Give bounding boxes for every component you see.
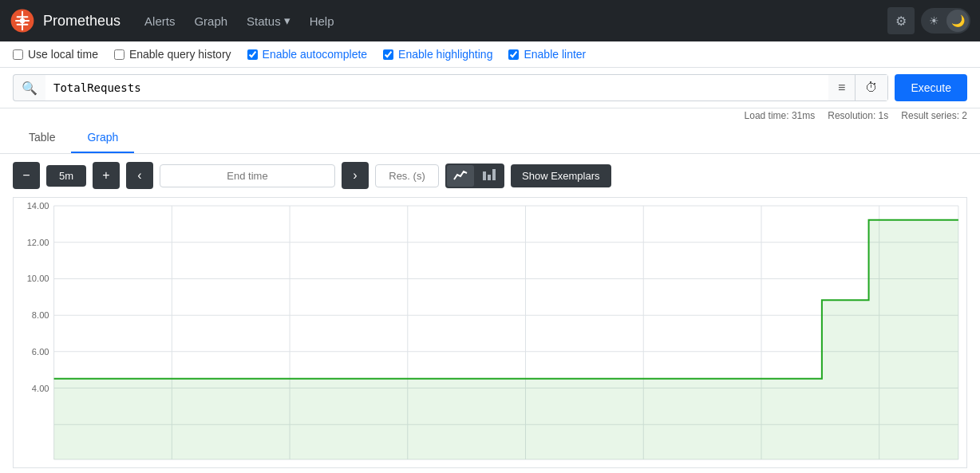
svg-point-1 — [20, 18, 25, 23]
nav-alerts[interactable]: Alerts — [136, 10, 183, 33]
bar-chart-icon — [482, 171, 496, 183]
query-history-label: Enable query history — [129, 48, 231, 61]
svg-text:14.00: 14.00 — [27, 201, 49, 211]
svg-text:12.00: 12.00 — [27, 238, 49, 247]
local-time-label: Use local time — [28, 48, 98, 61]
formatter-icon: ≡ — [838, 81, 845, 95]
linter-option[interactable]: Enable linter — [508, 48, 586, 61]
brand-name: Prometheus — [43, 13, 121, 30]
query-input[interactable] — [45, 74, 828, 101]
local-time-option[interactable]: Use local time — [13, 48, 98, 61]
load-time: Load time: 31ms — [745, 110, 816, 121]
autocomplete-option[interactable]: Enable autocomplete — [247, 48, 368, 61]
options-bar: Use local time Enable query history Enab… — [0, 41, 980, 68]
svg-rect-4 — [492, 169, 496, 180]
autocomplete-label: Enable autocomplete — [263, 48, 368, 61]
bar-chart-button[interactable] — [476, 165, 503, 187]
light-theme-button[interactable]: ☀ — [923, 10, 945, 32]
query-history-checkbox[interactable] — [114, 49, 124, 60]
range-input[interactable] — [46, 165, 86, 187]
prometheus-logo — [10, 8, 35, 34]
svg-rect-3 — [488, 175, 491, 180]
query-bar: 🔍 ≡ ⏱ Execute — [0, 68, 980, 108]
theme-toggle[interactable]: ☀ 🌙 — [921, 8, 970, 34]
line-chart-button[interactable] — [447, 165, 474, 187]
zoom-out-button[interactable]: − — [13, 162, 40, 189]
linter-label: Enable linter — [524, 48, 586, 61]
chart-svg: 14.00 12.00 10.00 8.00 6.00 4.00 — [13, 197, 967, 468]
highlighting-label: Enable highlighting — [398, 48, 492, 61]
nav-graph[interactable]: Graph — [186, 10, 235, 33]
nav-help[interactable]: Help — [302, 10, 342, 33]
highlighting-checkbox[interactable] — [383, 49, 393, 60]
autocomplete-checkbox[interactable] — [247, 49, 258, 60]
clock-icon: ⏱ — [865, 81, 878, 95]
resolution: Resolution: 1s — [828, 110, 888, 121]
brand: Prometheus — [10, 8, 121, 34]
linter-checkbox[interactable] — [508, 49, 519, 60]
svg-text:10.00: 10.00 — [27, 274, 49, 283]
svg-text:8.00: 8.00 — [32, 310, 49, 320]
svg-rect-2 — [483, 171, 486, 180]
formatter-button[interactable]: ≡ — [828, 75, 855, 101]
nav-status-dropdown[interactable]: Status ▾ — [239, 9, 298, 33]
search-icon: 🔍 — [22, 81, 38, 96]
chevron-down-icon: ▾ — [284, 14, 290, 28]
search-icon-wrapper: 🔍 — [13, 74, 45, 101]
next-time-button[interactable]: › — [342, 162, 369, 189]
gear-icon: ⚙ — [895, 14, 907, 29]
local-time-checkbox[interactable] — [13, 49, 23, 60]
svg-text:4.00: 4.00 — [32, 384, 49, 393]
chart-area: 14.00 12.00 10.00 8.00 6.00 4.00 — [0, 197, 980, 473]
chart-type-toggle — [445, 164, 504, 188]
chevron-left-icon: ‹ — [137, 168, 141, 183]
moon-icon: 🌙 — [951, 14, 965, 27]
status-bar: Load time: 31ms Resolution: 1s Result se… — [0, 108, 980, 123]
tab-table[interactable]: Table — [13, 123, 71, 153]
navbar-right: ⚙ ☀ 🌙 — [887, 7, 970, 34]
graph-controls: − + ‹ › Show Exemplars — [0, 154, 980, 197]
metrics-explorer-button[interactable]: ⏱ — [855, 75, 887, 101]
query-action-buttons: ≡ ⏱ — [828, 74, 888, 101]
settings-button[interactable]: ⚙ — [887, 7, 915, 34]
dark-theme-button[interactable]: 🌙 — [946, 10, 969, 32]
nav-links: Alerts Graph Status ▾ Help — [136, 9, 342, 33]
query-history-option[interactable]: Enable query history — [114, 48, 231, 61]
plus-icon: + — [102, 168, 109, 183]
sun-icon: ☀ — [929, 14, 939, 27]
execute-button[interactable]: Execute — [895, 74, 967, 101]
svg-text:6.00: 6.00 — [32, 347, 49, 357]
zoom-in-button[interactable]: + — [93, 162, 120, 189]
tab-graph[interactable]: Graph — [71, 123, 134, 153]
show-exemplars-button[interactable]: Show Exemplars — [511, 164, 611, 187]
end-time-input[interactable] — [160, 164, 335, 187]
chevron-right-icon: › — [353, 168, 357, 183]
line-chart-icon — [453, 171, 468, 183]
result-series: Result series: 2 — [901, 110, 967, 121]
minus-icon: − — [22, 168, 30, 183]
resolution-input[interactable] — [375, 164, 439, 187]
tabs-container: Table Graph — [0, 123, 980, 154]
prev-time-button[interactable]: ‹ — [126, 162, 153, 189]
highlighting-option[interactable]: Enable highlighting — [383, 48, 492, 61]
navbar: Prometheus Alerts Graph Status ▾ Help ⚙ … — [0, 0, 980, 41]
